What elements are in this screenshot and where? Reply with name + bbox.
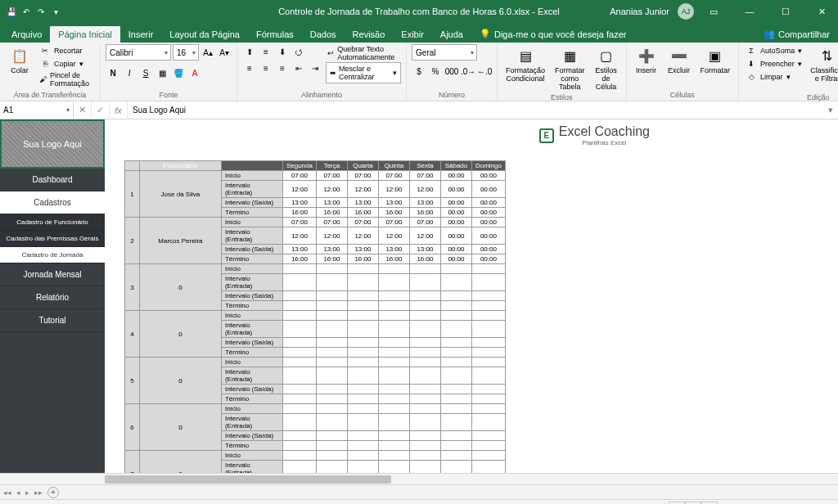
orientation-icon[interactable]: ⭯	[291, 44, 306, 59]
fill-color-button[interactable]: 🪣	[171, 65, 186, 80]
bold-button[interactable]: N	[106, 65, 120, 80]
copy-button[interactable]: ⎘Copiar ▾	[38, 57, 95, 70]
clear-button[interactable]: ◇Limpar ▾	[744, 70, 804, 83]
maximize-icon[interactable]: ☐	[769, 0, 802, 23]
delete-cells-button[interactable]: ➖Excluir	[665, 44, 694, 77]
brand-icon: E	[539, 128, 554, 143]
avatar[interactable]: AJ	[678, 3, 694, 20]
underline-button[interactable]: S	[138, 65, 153, 80]
sheet-nav-first-icon[interactable]: ◂◂	[3, 488, 11, 497]
tab-inserir[interactable]: Inserir	[120, 26, 162, 43]
share-button[interactable]: 👥 Compartilhar	[755, 25, 838, 43]
logo-placeholder[interactable]: Sua Logo Aqui	[0, 119, 105, 169]
user-name[interactable]: Ananias Junior	[610, 7, 669, 16]
fill-button[interactable]: ⬇Preencher ▾	[744, 57, 804, 70]
undo-icon[interactable]: ↶	[21, 7, 31, 16]
formula-input[interactable]: Sua Logo Aqui	[128, 106, 823, 115]
save-icon[interactable]: 💾	[7, 7, 16, 16]
decrease-font-icon[interactable]: A▾	[217, 45, 232, 60]
redo-icon[interactable]: ↷	[36, 7, 46, 16]
format-as-table-button[interactable]: ▦Formatar como Tabela	[552, 44, 588, 93]
format-cells-button[interactable]: ▣Formatar	[697, 44, 734, 77]
conditional-formatting-button[interactable]: ▤Formatação Condicional	[502, 44, 548, 85]
tab-layout[interactable]: Layout da Página	[161, 26, 248, 43]
cut-button[interactable]: ✂Recortar	[38, 44, 95, 57]
tab-dados[interactable]: Dados	[302, 26, 345, 43]
title-bar: 💾 ↶ ↷ ▾ Controle de Jornada de Trabalho …	[0, 0, 838, 23]
percent-icon[interactable]: %	[428, 64, 443, 79]
decrease-decimal-icon[interactable]: ←.0	[477, 64, 492, 79]
table-row[interactable]: 40Início	[125, 311, 506, 321]
table-row[interactable]: 50Início	[125, 358, 506, 367]
tab-pagina-inicial[interactable]: Página Inicial	[50, 26, 119, 43]
expand-formula-icon[interactable]: ▾	[823, 105, 838, 115]
ribbon-options-icon[interactable]: ▭	[697, 0, 730, 23]
tab-revisao[interactable]: Revisão	[345, 26, 394, 43]
group-alignment-label: Alinhamento	[242, 91, 401, 101]
add-sheet-button[interactable]: +	[47, 487, 59, 498]
horizontal-scrollbar[interactable]	[0, 473, 838, 484]
view-normal-icon[interactable]: ▦	[669, 502, 685, 505]
increase-font-icon[interactable]: A▴	[200, 45, 215, 60]
sidebar-item-relatorio[interactable]: Relatório	[0, 286, 105, 309]
insert-function-icon[interactable]: fx	[110, 101, 128, 119]
table-row[interactable]: 30Início	[125, 264, 506, 274]
tab-formulas[interactable]: Fórmulas	[248, 26, 302, 43]
increase-decimal-icon[interactable]: .0→	[461, 64, 475, 79]
close-icon[interactable]: ✕	[805, 0, 838, 23]
wrap-text-button[interactable]: ↩Quebrar Texto Automaticamente	[326, 44, 401, 62]
sort-filter-button[interactable]: ⇅Classificar e Filtrar	[807, 44, 838, 85]
minimize-icon[interactable]: —	[733, 0, 766, 23]
sidebar-sub-premissas[interactable]: Cadastro das Premissas Gerais	[0, 231, 105, 247]
number-format-combo[interactable]: Geral	[412, 44, 477, 61]
currency-icon[interactable]: $	[412, 64, 426, 79]
sidebar-item-jornada-mensal[interactable]: Jornada Mensal	[0, 263, 105, 286]
decrease-indent-icon[interactable]: ⇤	[291, 61, 306, 75]
paste-button[interactable]: 📋 Colar	[5, 44, 34, 77]
share-icon: 👥	[764, 29, 775, 39]
qat-more-icon[interactable]: ▾	[51, 7, 61, 16]
view-layout-icon[interactable]: ▤	[685, 502, 701, 505]
font-color-button[interactable]: A	[187, 65, 202, 80]
align-center-icon[interactable]: ≡	[259, 61, 273, 75]
align-bottom-icon[interactable]: ⬇	[275, 44, 290, 59]
increase-indent-icon[interactable]: ⇥	[308, 61, 322, 75]
sidebar-sub-jornada[interactable]: Cadastro de Jornada	[0, 247, 105, 263]
insert-cells-button[interactable]: ➕Inserir	[632, 44, 661, 77]
table-row[interactable]: 1Jose da SilvaInício07:0007:0007:0007:00…	[125, 171, 506, 181]
view-pagebreak-icon[interactable]: ▭	[701, 502, 718, 505]
italic-button[interactable]: I	[122, 65, 137, 80]
enter-formula-icon[interactable]: ✓	[92, 101, 110, 119]
align-top-icon[interactable]: ⬆	[242, 44, 257, 59]
align-middle-icon[interactable]: ≡	[259, 44, 273, 59]
tab-arquivo[interactable]: Arquivo	[3, 26, 50, 43]
sheet-nav-next-icon[interactable]: ▸	[25, 488, 29, 497]
table-row[interactable]: 2Marcos PereiraInício07:0007:0007:0007:0…	[125, 218, 506, 227]
align-left-icon[interactable]: ≡	[242, 61, 257, 75]
cell-styles-button[interactable]: ▢Estilos de Célula	[592, 44, 621, 93]
insert-icon: ➕	[635, 46, 658, 65]
cancel-formula-icon[interactable]: ✕	[74, 101, 92, 119]
align-right-icon[interactable]: ≡	[275, 61, 290, 75]
font-size-combo[interactable]: 16	[173, 44, 199, 61]
sidebar-item-tutorial[interactable]: Tutorial	[0, 309, 105, 332]
merge-center-button[interactable]: ⬌Mesclar e Centralizar ▾	[326, 62, 401, 83]
jornada-table[interactable]: FuncionárioSegundaTerçaQuartaQuintaSexta…	[124, 160, 506, 473]
tab-ajuda[interactable]: Ajuda	[432, 26, 471, 43]
table-row[interactable]: 70Início	[125, 451, 506, 461]
font-name-combo[interactable]: Calibri	[106, 44, 171, 61]
name-box[interactable]: A1	[0, 101, 74, 119]
tell-me[interactable]: 💡 Diga-me o que você deseja fazer	[471, 25, 634, 43]
sheet-nav-last-icon[interactable]: ▸▸	[34, 488, 43, 497]
border-button[interactable]: ▦	[155, 65, 169, 80]
sheet-area[interactable]: E Excel Coaching Planilhas Excel Funcion…	[105, 119, 838, 473]
format-painter-button[interactable]: 🖌Pincel de Formatação	[38, 70, 95, 88]
sheet-nav-prev-icon[interactable]: ◂	[16, 488, 20, 497]
thousands-icon[interactable]: 000	[444, 64, 459, 79]
autosum-button[interactable]: ΣAutoSoma ▾	[744, 44, 804, 57]
sidebar-sub-funcionario[interactable]: Cadastro de Funcionário	[0, 214, 105, 231]
sidebar-item-cadastros[interactable]: Cadastros	[0, 191, 105, 214]
sidebar-item-dashboard[interactable]: Dashboard	[0, 169, 105, 191]
tab-exibir[interactable]: Exibir	[393, 26, 432, 43]
table-row[interactable]: 60Início	[125, 404, 506, 414]
